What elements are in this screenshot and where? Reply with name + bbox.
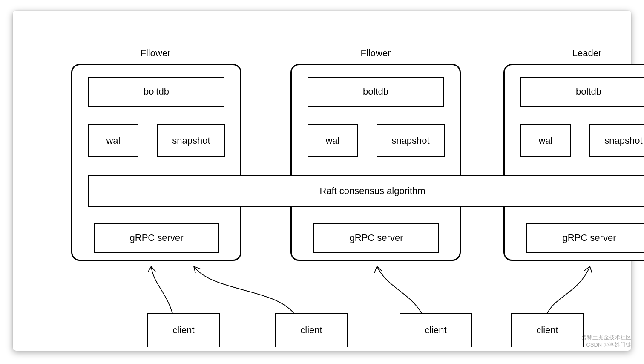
wal-box-1: wal	[88, 124, 138, 157]
wal-box-2: wal	[308, 124, 358, 157]
boltdb-box-3: boltdb	[520, 77, 644, 107]
grpc-server-box-1: gRPC server	[94, 223, 219, 253]
raft-consensus-bar: Raft consensus algorithm	[88, 175, 644, 207]
node-title-leader: Leader	[544, 48, 630, 59]
diagram-frame: Fllower Fllower Leader boltdb boltdb bol…	[13, 11, 631, 351]
node-title-follower-2: Fllower	[333, 48, 418, 59]
client-box-2: client	[275, 313, 348, 347]
node-title-follower-1: Fllower	[113, 48, 198, 59]
boltdb-box-1: boltdb	[88, 77, 224, 107]
watermark: @稀土掘金技术社区 CSDN @李姓门徒	[581, 334, 631, 349]
snapshot-box-1: snapshot	[157, 124, 225, 157]
client-box-4: client	[511, 313, 584, 347]
boltdb-box-2: boltdb	[308, 77, 444, 107]
grpc-server-box-3: gRPC server	[526, 223, 644, 253]
snapshot-box-3: snapshot	[589, 124, 644, 157]
diagram-stage: Fllower Fllower Leader boltdb boltdb bol…	[13, 11, 631, 351]
watermark-line-1: @稀土掘金技术社区	[581, 334, 631, 341]
client-box-3: client	[400, 313, 472, 347]
grpc-server-box-2: gRPC server	[313, 223, 439, 253]
snapshot-box-2: snapshot	[377, 124, 445, 157]
client-box-1: client	[147, 313, 220, 347]
watermark-line-2: CSDN @李姓门徒	[581, 341, 631, 349]
wal-box-3: wal	[520, 124, 571, 157]
